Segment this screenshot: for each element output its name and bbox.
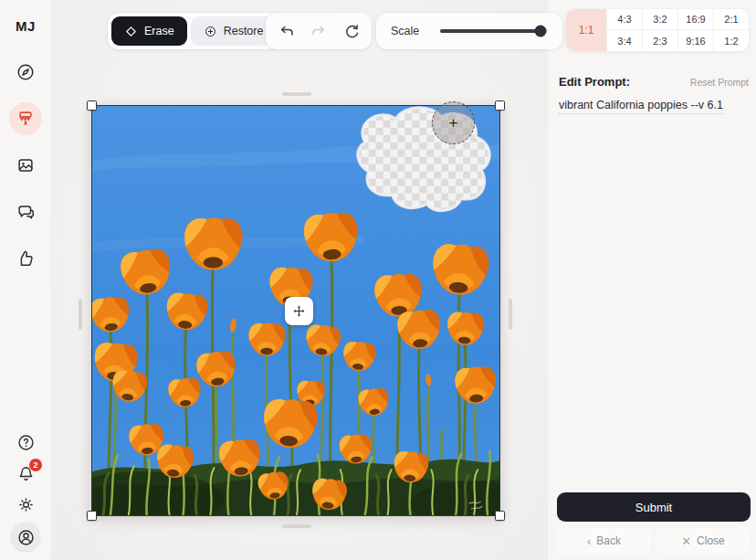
sidebar-item-explore[interactable] — [9, 56, 42, 89]
image-icon — [16, 155, 36, 175]
resize-handle-top[interactable] — [282, 92, 311, 96]
aspect-ratio-option[interactable]: 9:16 — [677, 30, 713, 51]
restore-label: Restore — [224, 25, 264, 37]
scale-slider-thumb[interactable] — [534, 26, 546, 37]
resize-handle-bottom[interactable] — [282, 524, 311, 528]
notification-badge: 2 — [29, 459, 42, 471]
sidebar-item-chat[interactable] — [9, 195, 42, 228]
plus-circle-icon — [204, 25, 217, 38]
redo-icon — [310, 23, 327, 39]
brush-icon — [16, 109, 36, 129]
reset-prompt-link[interactable]: Reset Prompt — [690, 77, 749, 88]
submit-button[interactable]: Submit — [557, 492, 751, 522]
aspect-ratio-option[interactable]: 3:4 — [606, 30, 642, 51]
aspect-ratio-picker: 1:1 4:3 3:2 16:9 2:1 3:4 2:3 9:16 1:2 — [566, 9, 749, 51]
resize-handle-right[interactable] — [509, 299, 512, 330]
aspect-ratio-option[interactable]: 1:2 — [713, 30, 749, 51]
back-label: Back — [596, 534, 621, 547]
close-x-icon: ✕ — [681, 534, 691, 548]
aspect-ratio-option[interactable]: 16:9 — [677, 9, 713, 30]
sidebar-item-account[interactable] — [10, 522, 41, 553]
crop-handle-top-left[interactable] — [87, 100, 97, 111]
close-label: Close — [697, 534, 725, 547]
compass-icon — [16, 62, 36, 82]
prompt-text: vibrant California poppies --v 6.1 — [559, 99, 723, 114]
brush-cursor[interactable]: + — [432, 101, 475, 144]
sidebar-item-notifications[interactable]: 2 — [12, 460, 39, 487]
resize-handle-left[interactable] — [79, 299, 82, 330]
aspect-ratio-selected[interactable]: 1:1 — [566, 9, 606, 51]
help-icon — [16, 433, 36, 452]
thumbs-up-icon — [16, 248, 36, 269]
crop-handle-bottom-left[interactable] — [87, 511, 97, 521]
scale-toolbar: Scale — [376, 13, 562, 49]
chevron-left-icon: ‹ — [587, 534, 591, 548]
sidebar-item-edit[interactable] — [9, 102, 42, 135]
mode-toolbar: Erase Restore — [108, 13, 279, 49]
sidebar-item-gallery[interactable] — [9, 149, 42, 182]
midjourney-editor-window: MJ — [0, 0, 756, 560]
edit-prompt-label: Edit Prompt: — [559, 75, 630, 89]
scale-label: Scale — [391, 25, 419, 37]
erase-label: Erase — [144, 25, 174, 37]
back-button[interactable]: ‹ Back — [557, 528, 651, 554]
sidebar: MJ — [0, 0, 51, 560]
undo-button[interactable] — [275, 19, 299, 43]
edit-canvas[interactable]: + — [91, 105, 500, 516]
redo-button[interactable] — [307, 19, 331, 43]
crop-handle-bottom-right[interactable] — [495, 511, 505, 521]
aspect-ratio-option[interactable]: 4:3 — [606, 9, 642, 30]
erase-button[interactable]: Erase — [111, 16, 187, 46]
sidebar-item-rate[interactable] — [9, 242, 42, 275]
restore-button[interactable]: Restore — [191, 16, 277, 46]
aspect-ratio-option[interactable]: 3:2 — [642, 9, 677, 30]
brush-plus-icon: + — [449, 115, 458, 131]
aspect-ratio-option[interactable]: 2:3 — [642, 30, 677, 51]
undo-icon — [278, 23, 295, 39]
account-avatar-icon — [16, 528, 36, 547]
mj-logo[interactable]: MJ — [16, 18, 36, 34]
close-button[interactable]: ✕ Close — [656, 528, 751, 554]
history-toolbar — [266, 13, 372, 49]
scale-slider[interactable] — [440, 29, 548, 33]
reset-icon — [343, 23, 360, 39]
sidebar-item-help[interactable] — [12, 428, 39, 456]
chat-icon — [16, 202, 36, 222]
prompt-input[interactable]: vibrant California poppies --v 6.1 — [559, 99, 749, 111]
aspect-ratio-grid: 4:3 3:2 16:9 2:1 3:4 2:3 9:16 1:2 — [606, 9, 749, 51]
move-image-button[interactable] — [285, 297, 313, 325]
sun-icon — [16, 495, 36, 514]
sidebar-item-theme[interactable] — [12, 491, 39, 518]
scale-slider-fill — [440, 29, 541, 33]
crop-handle-top-right[interactable] — [495, 100, 505, 111]
reset-canvas-button[interactable] — [340, 19, 363, 43]
aspect-ratio-option[interactable]: 2:1 — [713, 9, 749, 30]
move-icon — [292, 304, 306, 318]
eraser-diamond-icon — [124, 25, 138, 38]
edit-panel: Edit Prompt: Reset Prompt vibrant Califo… — [548, 0, 756, 560]
